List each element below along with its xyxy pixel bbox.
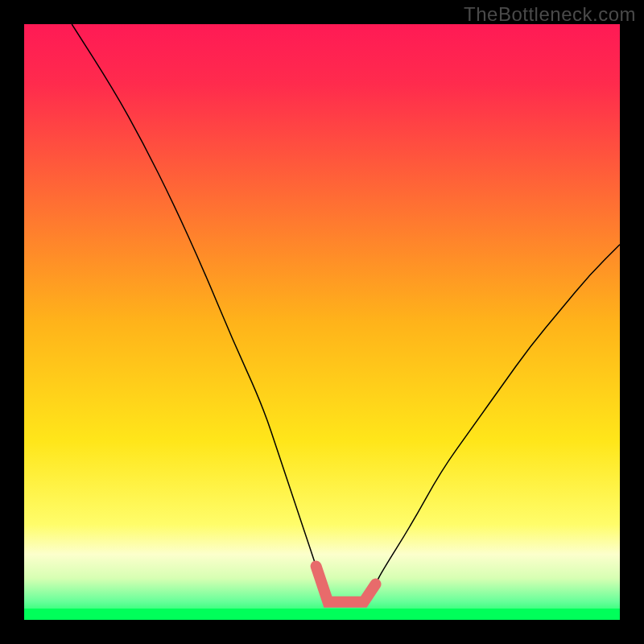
chart-svg	[24, 24, 620, 620]
bottom-ribbon	[24, 609, 620, 620]
plot-area	[24, 24, 620, 620]
watermark-text: TheBottleneck.com	[464, 3, 636, 26]
chart-container: TheBottleneck.com	[0, 0, 644, 644]
background-gradient	[24, 24, 620, 620]
